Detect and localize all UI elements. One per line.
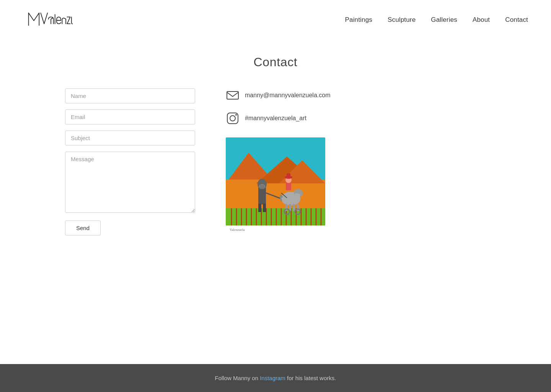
nav-galleries[interactable]: Galleries — [431, 16, 457, 24]
contact-form: Send — [65, 88, 195, 235]
contact-layout: Send manny@mannyvalenzuela.com #mannyval — [65, 88, 486, 235]
name-input[interactable] — [65, 88, 195, 103]
svg-rect-45 — [286, 183, 291, 190]
svg-rect-9 — [226, 208, 325, 225]
footer-text-suffix: for his latest works. — [285, 375, 336, 381]
page-title: Contact — [23, 55, 528, 69]
email-address: manny@mannyvalenzuela.com — [245, 92, 330, 99]
contact-info-side: manny@mannyvalenzuela.com #mannyvalenzue… — [226, 88, 486, 235]
svg-rect-42 — [297, 204, 299, 211]
instagram-row: #mannyvalenzuela_art — [226, 111, 486, 125]
svg-rect-0 — [227, 91, 238, 99]
svg-rect-41 — [293, 204, 295, 211]
svg-rect-32 — [260, 185, 264, 189]
main-nav: Paintings Sculpture Galleries About Cont… — [345, 16, 528, 24]
instagram-icon — [226, 111, 240, 125]
main-content: Contact Send manny@mannyvalenzuela.com — [0, 40, 551, 364]
subject-input[interactable] — [65, 131, 195, 145]
nav-contact[interactable]: Contact — [505, 16, 528, 24]
svg-rect-33 — [258, 204, 261, 212]
footer-instagram-link[interactable]: Instagram — [260, 375, 285, 381]
email-row: manny@mannyvalenzuela.com — [226, 88, 486, 102]
message-input[interactable] — [65, 152, 195, 213]
svg-text:Valenzuela: Valenzuela — [230, 228, 245, 232]
send-button[interactable]: Send — [65, 220, 101, 235]
site-header: Paintings Sculpture Galleries About Cont… — [0, 0, 551, 40]
logo[interactable] — [23, 4, 73, 36]
footer-text-prefix: Follow Manny on — [215, 375, 260, 381]
svg-rect-48 — [287, 173, 290, 178]
email-icon — [226, 88, 240, 102]
site-footer: Follow Manny on Instagram for his latest… — [0, 364, 551, 392]
artwork-image: Valenzuela — [226, 137, 325, 233]
instagram-handle: #mannyvalenzuela_art — [245, 115, 306, 122]
email-input[interactable] — [65, 109, 195, 124]
nav-paintings[interactable]: Paintings — [345, 16, 372, 24]
svg-rect-34 — [263, 204, 266, 212]
svg-point-3 — [235, 114, 237, 116]
svg-rect-6 — [226, 180, 325, 212]
nav-about[interactable]: About — [473, 16, 490, 24]
svg-rect-29 — [258, 187, 266, 204]
svg-point-2 — [230, 116, 235, 121]
nav-sculpture[interactable]: Sculpture — [388, 16, 416, 24]
